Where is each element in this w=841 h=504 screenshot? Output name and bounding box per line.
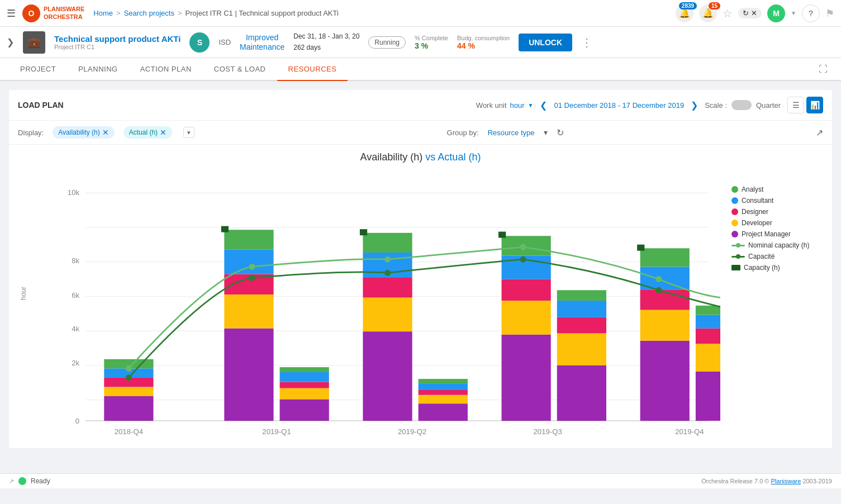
breadcrumb: Home > Search projects > Project ITR C1 …: [93, 9, 339, 17]
user-avatar[interactable]: M: [767, 4, 785, 22]
bar-2019q1-manager-act: [280, 399, 329, 421]
project-header: ❯ 💼 Technical support product AKTi Proje…: [0, 27, 841, 58]
breadcrumb-home[interactable]: Home: [93, 9, 113, 17]
bar-2019q1-con-avail: [224, 250, 273, 274]
more-options-button[interactable]: ⋮: [581, 36, 592, 49]
legend-developer-label: Developer: [742, 219, 772, 227]
svg-text:2019-Q1: 2019-Q1: [262, 427, 291, 436]
bar-2019q1-manager-avail: [224, 329, 273, 421]
notifications-bell[interactable]: 🔔 2839: [676, 4, 693, 22]
chart-title-part1: Availability (h): [360, 151, 423, 163]
capacity-sq-2019q4: [637, 245, 644, 251]
scale-label: Scale :: [705, 101, 727, 110]
capacity-sq-2019q1: [221, 226, 229, 232]
planisware-link[interactable]: Planisware: [771, 478, 801, 484]
export-icon[interactable]: ↗: [816, 127, 823, 138]
status-text: Ready: [31, 477, 50, 485]
legend-consultant: Consultant: [731, 197, 821, 205]
capacite-line: [129, 259, 720, 378]
tab-project[interactable]: PROJECT: [9, 58, 67, 81]
legend-pm-color: [731, 231, 738, 237]
hamburger-menu[interactable]: ☰: [7, 7, 16, 20]
bar-2019q4-dev-act: [696, 344, 720, 372]
chart-left: hour 10k: [42, 174, 720, 439]
legend-designer-color: [731, 208, 738, 215]
tab-action-plan[interactable]: ACTION PLAN: [129, 58, 203, 81]
chart-container: hour 10k: [42, 174, 821, 439]
cap-dot-1: [126, 374, 132, 381]
refresh-icon[interactable]: ↻: [557, 127, 564, 138]
tab-cost-load[interactable]: COST & LOAD: [203, 58, 277, 81]
duration: 262 days: [293, 42, 359, 53]
chart-legend: Analyst Consultant Designer Developer: [731, 174, 821, 439]
legend-consultant-label: Consultant: [742, 197, 773, 205]
group-select[interactable]: Resource type: [488, 129, 535, 137]
svg-text:8k: 8k: [72, 256, 79, 265]
work-unit-label: Work unit: [476, 101, 507, 110]
tab-resources[interactable]: RESOURCES: [277, 58, 348, 81]
project-icon: 💼: [23, 31, 45, 54]
phase-circle: S: [189, 32, 210, 53]
nav-icons: 🔔 2839 🔔 15 ☆ ↻ ✕ M ▼ ? ⚑: [676, 4, 834, 22]
nominal-capacity-line: [129, 247, 720, 368]
help-icon[interactable]: ?: [802, 4, 820, 22]
chart-title-vs: vs: [425, 151, 438, 163]
bar-2019q3-con-act: [557, 301, 606, 317]
legend-analyst-label: Analyst: [742, 186, 763, 193]
bar-2018q4-manager: [104, 396, 153, 421]
bar-2019q3-des-avail: [502, 279, 551, 301]
scale-group: Scale : Quarter: [705, 100, 781, 110]
expand-button[interactable]: ❯: [7, 37, 14, 47]
legend-capacite-label: Capacité: [748, 253, 775, 260]
svg-text:2018-Q4: 2018-Q4: [115, 427, 143, 436]
cap-dot-4: [520, 256, 526, 263]
chip-actual-remove[interactable]: ✕: [160, 128, 167, 137]
cap-dot-2: [249, 275, 255, 281]
flag-icon[interactable]: ⚑: [825, 7, 834, 20]
chip-availability-remove[interactable]: ✕: [102, 128, 109, 137]
star-icon[interactable]: ☆: [723, 7, 733, 20]
chip-actual-label: Actual (h): [129, 129, 158, 136]
legend-nc-line: [731, 245, 745, 246]
expand-arrow[interactable]: ↗: [9, 478, 14, 485]
date-range-display: 01 December 2018 - 17 December 2019: [554, 101, 684, 110]
chart-view-button[interactable]: 📊: [806, 97, 823, 113]
breadcrumb-search[interactable]: Search projects: [124, 9, 174, 17]
bar-2019q1-con-act: [280, 372, 329, 382]
capacity-sq-2019q2: [360, 229, 367, 235]
legend-consultant-color: [731, 197, 738, 204]
legend-nominal-capacity: Nominal capacity (h): [731, 241, 821, 249]
fullscreen-button[interactable]: ⛶: [814, 60, 832, 79]
legend-capacity-h-label: Capacity (h): [744, 264, 780, 272]
budg-value: 44 %: [457, 41, 510, 50]
chip-actual: Actual (h) ✕: [123, 126, 172, 139]
tab-planning[interactable]: PLANNING: [67, 58, 129, 81]
bar-2019q2-dev-avail: [363, 298, 412, 332]
work-unit-select[interactable]: hour: [510, 101, 525, 110]
bar-2019q1-des-act: [280, 382, 329, 388]
footer-text: Orchestra Release 7.0 © Planisware 2003-…: [701, 478, 832, 484]
bar-2019q2-des-act: [419, 390, 468, 395]
bar-2019q3-dev-act: [557, 334, 606, 365]
date-next-button[interactable]: ❯: [691, 100, 698, 111]
list-view-button[interactable]: ☰: [787, 97, 804, 113]
date-prev-button[interactable]: ❮: [540, 100, 547, 111]
legend-capacity-square: [731, 265, 740, 270]
chip-dropdown[interactable]: ▾: [183, 127, 194, 138]
work-unit-dropdown-arrow[interactable]: ▼: [528, 102, 534, 108]
bar-2019q2-ana-avail: [363, 233, 412, 253]
alerts-bell[interactable]: 🔔 15: [699, 4, 717, 22]
cap-dot-5: [655, 287, 662, 293]
unlock-button[interactable]: UNLOCK: [519, 34, 572, 51]
svg-text:10k: 10k: [68, 188, 80, 197]
refresh-group[interactable]: ↻ ✕: [738, 8, 762, 18]
svg-text:2019-Q3: 2019-Q3: [534, 427, 562, 436]
group-dropdown-arrow[interactable]: ▾: [544, 128, 548, 137]
scale-toggle[interactable]: [731, 100, 752, 110]
work-unit-group: Work unit hour ▼: [476, 101, 534, 110]
bar-2019q2-manager-act: [419, 403, 468, 421]
date-range: Dec 31, 18 - Jan 3, 20: [293, 31, 359, 42]
user-dropdown-arrow[interactable]: ▼: [791, 10, 796, 16]
legend-capacite: Capacité: [731, 253, 821, 260]
bar-2019q3-ana-avail: [502, 236, 551, 255]
